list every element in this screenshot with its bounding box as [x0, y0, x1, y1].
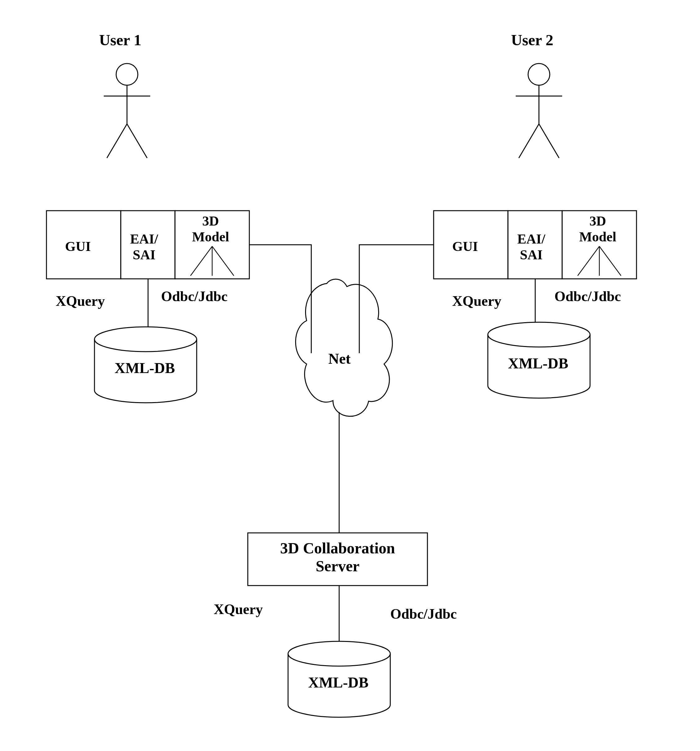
svg-line-9 [539, 124, 559, 158]
client1-eaisai-label: EAI/ SAI [130, 231, 158, 263]
svg-point-5 [528, 63, 550, 85]
server-db-label: XML-DB [308, 674, 369, 691]
svg-line-3 [107, 124, 127, 158]
user1-actor [104, 63, 150, 158]
user2-actor [516, 63, 562, 158]
user2-label: User 2 [511, 31, 553, 49]
net-cloud [295, 279, 392, 416]
svg-point-22 [94, 327, 197, 352]
client2-odbc-label: Odbc/Jdbc [555, 288, 621, 304]
client1-odbc-label: Odbc/Jdbc [161, 288, 228, 304]
client2-db-label: XML-DB [508, 355, 569, 372]
svg-point-29 [288, 641, 390, 666]
client2-xquery-label: XQuery [452, 293, 501, 309]
client1-3dmodel-label: 3D Model [192, 213, 229, 245]
user1-label: User 1 [99, 31, 142, 49]
client1-gui-label: GUI [65, 239, 91, 254]
server-label: 3D Collaboration Server [273, 539, 403, 575]
server-xquery-label: XQuery [214, 601, 263, 618]
svg-point-0 [116, 63, 138, 85]
server-odbc-label: Odbc/Jdbc [390, 606, 457, 622]
net-label: Net [328, 350, 351, 367]
client1-xquery-label: XQuery [56, 293, 105, 309]
client1-db-label: XML-DB [114, 359, 175, 376]
svg-line-8 [519, 124, 539, 158]
svg-point-23 [488, 322, 590, 347]
client2-3dmodel-label: 3D Model [579, 213, 617, 245]
svg-line-4 [127, 124, 147, 158]
client2-eaisai-label: EAI/ SAI [517, 231, 545, 263]
client2-gui-label: GUI [452, 239, 478, 254]
